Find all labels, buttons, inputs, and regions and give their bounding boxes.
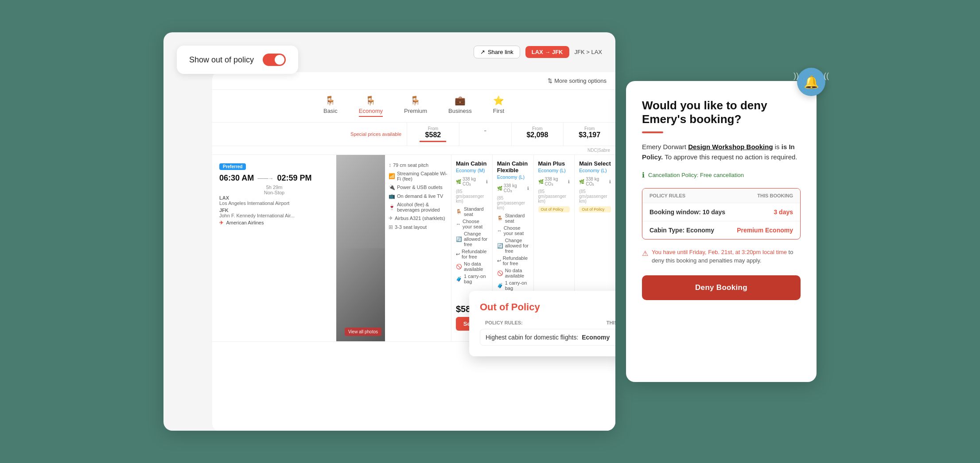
oop-popup: Out of Policy POLICY RULES: THIS BOOKING… xyxy=(469,291,615,356)
fare-feature-0-3: ↩ Refundable for free xyxy=(456,249,488,259)
sort-icon: ⇅ xyxy=(548,77,552,84)
bell-icon: 🔔 xyxy=(804,75,819,89)
change-icon: 🔄 xyxy=(456,236,462,242)
co2-icon-1: 🌿 xyxy=(497,186,502,191)
fare-feature-1-2: 🔄 Change allowed for free xyxy=(497,238,529,254)
flight-arrow-icon: ——→ xyxy=(257,175,273,181)
view-photos-button[interactable]: View all photos xyxy=(345,328,381,336)
arrival-time: 02:59 PM xyxy=(277,174,311,183)
policy-booking-value-1: Premium Economy xyxy=(737,227,793,234)
tv-icon: 📺 xyxy=(389,193,395,199)
seat-image-top xyxy=(336,155,385,248)
policy-row-1: Cabin Type: Economy Premium Economy xyxy=(642,221,800,239)
airline-name: ✈ American Airlines xyxy=(219,220,329,226)
share-button[interactable]: ↗ Share link xyxy=(474,46,520,58)
route-text: JFK > LAX xyxy=(575,49,603,55)
deny-description: Emery Dorwart Design Workshop Booking is… xyxy=(642,142,801,162)
fare-feature-1-0: 🪑 Standard seat xyxy=(497,213,529,224)
premium-icon: 🪑 xyxy=(410,95,421,106)
economy-icon: 🪑 xyxy=(365,95,376,106)
route-badge: LAX → JFK xyxy=(525,46,569,58)
fare-feature-0-1: ↔ Choose your seat xyxy=(456,219,488,229)
amenity-power: 🔌 Power & USB outlets xyxy=(389,184,447,190)
fare-name-2: Main Plus xyxy=(538,160,570,167)
images-column: View all photos xyxy=(336,155,385,341)
fare-cabin-3: Economy (L) xyxy=(579,168,611,173)
amenity-aircraft: ✈ Airbus A321 (sharklets) xyxy=(389,215,447,221)
special-prices-label: Special prices available xyxy=(350,131,401,137)
wifi-icon: 📶 xyxy=(389,173,395,179)
cancellation-note: ℹ Cancellation Policy: Free cancellation xyxy=(642,171,801,179)
bag-icon: 🧳 xyxy=(456,276,462,282)
tab-basic[interactable]: 🪑 Basic xyxy=(323,95,338,117)
sorting-bar: ⇅ More sorting options xyxy=(212,72,615,90)
flight-duration: 5h 29m Non-Stop xyxy=(219,185,329,195)
seat-image-bottom: View all photos xyxy=(336,248,385,342)
fare-cabin-0: Economy (M) xyxy=(456,168,488,173)
oop-rule-label: Highest cabin for domestic flights: Econ… xyxy=(486,334,610,341)
amenity-seat-pitch: ↕ 79 cm seat pitch xyxy=(389,162,447,168)
co2-icon-2: 🌿 xyxy=(538,179,544,184)
fare-feature-1-1: ↔ Choose your seat xyxy=(497,225,529,236)
amenity-seat-layout: ⊞ 3-3 seat layout xyxy=(389,224,447,230)
cancel-check-icon: ℹ xyxy=(642,171,645,179)
policy-booking-value-0: 3 days xyxy=(774,208,793,216)
business-icon: 💼 xyxy=(455,95,466,106)
booking-link[interactable]: Design Workshop Booking xyxy=(688,143,773,150)
fare-co2-3: 🌿 338 kg CO₂ ℹ xyxy=(579,177,611,186)
fare-spacer: Special prices available xyxy=(212,123,407,146)
refund-icon-1: ↩ xyxy=(497,258,501,264)
fare-cabin-1: Economy (L) xyxy=(497,174,529,180)
power-icon: 🔌 xyxy=(389,184,395,190)
alcohol-icon: 🍷 xyxy=(389,204,395,210)
seat-layout-icon: ⊞ xyxy=(389,224,393,230)
refund-icon: ↩ xyxy=(456,251,460,257)
departure-time: 06:30 AM xyxy=(219,174,254,183)
toggle-switch[interactable] xyxy=(263,54,286,66)
share-icon: ↗ xyxy=(480,49,485,55)
deny-red-line xyxy=(642,131,663,133)
data-icon-1: 🚫 xyxy=(497,270,503,276)
tab-first[interactable]: ⭐ First xyxy=(493,95,504,117)
fare-header-col3: From $2,098 xyxy=(512,123,564,146)
header-right: ↗ Share link LAX → JFK JFK > LAX xyxy=(474,46,602,58)
seat-icon: 🪑 xyxy=(456,209,462,215)
policy-rule-label-1: Cabin Type: Economy xyxy=(649,227,714,234)
oop-rule-row: Highest cabin for domestic flights: Econ… xyxy=(480,329,615,346)
fare-feature-0-2: 🔄 Change allowed for free xyxy=(456,231,488,247)
flight-section: Special prices available From $582 - Fro… xyxy=(212,123,615,342)
choose-seat-icon: ↔ xyxy=(456,221,461,227)
oop-badge-2: Out of Policy xyxy=(538,206,570,212)
notification-bell: )) 🔔 (( xyxy=(797,68,825,96)
seat-icon-1: 🪑 xyxy=(497,216,503,221)
flight-times: 06:30 AM ——→ 02:59 PM xyxy=(219,174,329,183)
fare-feature-1-5: 🧳 1 carry-on bag xyxy=(497,280,529,291)
fare-feature-0-4: 🚫 No data available xyxy=(456,261,488,272)
bag-icon-1: 🧳 xyxy=(497,283,503,289)
deadline-warning: ⚠ You have until Friday, Feb. 21st, at 3… xyxy=(642,248,801,264)
fare-name-0: Main Cabin xyxy=(456,160,488,167)
fare-header-col2: - xyxy=(459,123,512,146)
data-icon: 🚫 xyxy=(456,264,462,270)
deny-booking-button[interactable]: Deny Booking xyxy=(642,275,801,300)
amenity-tv: 📺 On demand & live TV xyxy=(389,193,447,199)
bell-ring-left-icon: )) xyxy=(793,71,799,81)
seat-pitch-icon: ↕ xyxy=(389,162,391,168)
co2-icon-0: 🌿 xyxy=(456,179,461,184)
tab-economy[interactable]: 🪑 Economy xyxy=(359,95,383,117)
bell-ring-right-icon: (( xyxy=(824,71,829,81)
tab-business[interactable]: 💼 Business xyxy=(448,95,472,117)
oop-popup-title: Out of Policy xyxy=(480,301,615,313)
policy-table-header: POLICY RULES THIS BOOKING xyxy=(642,189,800,203)
fare-co2-1: 🌿 338 kg CO₂ ℹ xyxy=(497,183,529,193)
warning-icon: ⚠ xyxy=(642,249,648,259)
policy-row-0: Booking window: 10 days 3 days xyxy=(642,203,800,221)
deny-title: Would you like to deny Emery's booking? xyxy=(642,99,801,126)
change-icon-1: 🔄 xyxy=(497,243,503,249)
tab-premium[interactable]: 🪑 Premium xyxy=(404,95,427,117)
preferred-badge: Preferred xyxy=(219,163,246,170)
airline-logo-icon: ✈ xyxy=(219,220,223,225)
sorting-button[interactable]: ⇅ More sorting options xyxy=(548,77,607,84)
policy-rule-label-0: Booking window: 10 days xyxy=(649,208,725,216)
oop-table-header: POLICY RULES: THIS BOOKING: xyxy=(480,320,615,325)
